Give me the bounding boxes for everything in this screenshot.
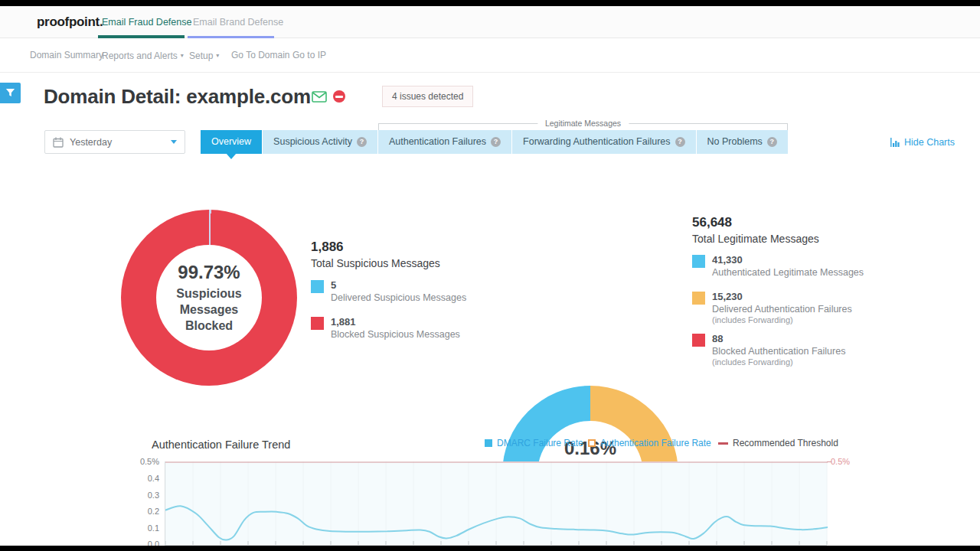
suspicious-messages-donut: 99.73% Suspicious Messages Blocked xyxy=(121,210,297,386)
legend-label: Blocked Authentication Failures xyxy=(712,346,845,357)
hide-charts-button[interactable]: Hide Charts xyxy=(890,137,955,148)
chevron-down-icon: ▾ xyxy=(181,52,184,59)
legend-value: 88 xyxy=(712,333,845,344)
domain-subnav: Domain Summary Reports and Alerts▾ Setup… xyxy=(0,38,980,73)
y-axis-tick: 0.4 xyxy=(130,474,159,483)
trend-chart-title: Authentication Failure Trend xyxy=(152,439,290,451)
subnav-label: Go To Domain xyxy=(231,50,289,60)
help-icon[interactable]: ? xyxy=(767,137,777,147)
envelope-icon xyxy=(312,91,327,103)
suspicious-total-label: Total Suspicious Messages xyxy=(311,257,440,269)
view-tabs: Legitimate Messages Overview Suspicious … xyxy=(201,130,788,154)
legend-item: 5 Delivered Suspicious Messages xyxy=(311,279,466,303)
subnav-item-setup[interactable]: Setup▾ xyxy=(189,38,219,73)
trend-legend-threshold[interactable]: Recommended Threshold xyxy=(718,438,838,448)
suspicious-blocked-label: Suspicious Messages Blocked xyxy=(163,285,255,334)
legend-sublabel: (includes Forwarding) xyxy=(712,315,852,324)
hide-charts-label: Hide Charts xyxy=(904,137,955,148)
tab-authentication-failures[interactable]: Authentication Failures? xyxy=(378,130,512,154)
legend-label: Recommended Threshold xyxy=(733,438,838,448)
subnav-item-reports-and-alerts[interactable]: Reports and Alerts▾ xyxy=(102,38,184,73)
legend-label: Delivered Authentication Failures xyxy=(712,304,852,315)
trend-legend-dmarc[interactable]: DMARC Failure Rate xyxy=(485,438,583,448)
page-title: Domain Detail: example.com xyxy=(44,85,311,109)
suspicious-total-value: 1,886 xyxy=(311,240,440,255)
legend-swatch xyxy=(692,334,705,347)
legend-swatch xyxy=(718,442,728,445)
legend-label: Authentication Failure Rate xyxy=(600,438,711,448)
legend-label: Delivered Suspicious Messages xyxy=(331,292,466,303)
product-tab-email-fraud-defense[interactable]: Email Fraud Defense xyxy=(102,6,191,38)
legend-label: DMARC Failure Rate xyxy=(497,438,583,448)
tabs-group-label: Legitimate Messages xyxy=(537,119,629,128)
legend-value: 15,230 xyxy=(712,291,852,302)
suspicious-blocked-percent: 99.73% xyxy=(178,262,240,283)
bottom-letterbox-bar xyxy=(0,546,980,551)
title-status-icons xyxy=(312,90,345,103)
bar-chart-icon xyxy=(890,138,900,147)
top-letterbox-bar xyxy=(0,0,980,6)
legitimate-legend-header: 56,648 Total Legitimate Messages xyxy=(692,215,819,245)
app-header: proofpoint. Email Fraud Defense Email Br… xyxy=(0,6,980,38)
filter-toggle-button[interactable] xyxy=(0,83,21,103)
legend-value: 1,881 xyxy=(331,316,460,328)
trend-chart-plot xyxy=(165,461,827,546)
trend-chart-svg xyxy=(165,461,828,546)
threshold-label: 0.5% xyxy=(831,457,850,466)
subnav-item-go-to-ip[interactable]: Go to IP xyxy=(292,38,326,73)
y-axis-tick: 0.1 xyxy=(130,523,159,533)
tab-suspicious-activity[interactable]: Suspicious Activity? xyxy=(263,130,378,154)
legitimate-total-value: 56,648 xyxy=(692,215,819,230)
legend-value: 41,330 xyxy=(712,254,864,266)
trend-legend-auth-failure[interactable]: Authentication Failure Rate xyxy=(588,438,711,448)
date-range-dropdown[interactable]: Yesterday xyxy=(44,130,185,154)
legend-swatch xyxy=(588,439,596,447)
legend-swatch xyxy=(692,292,705,305)
legend-swatch xyxy=(485,439,492,447)
tab-forwarding-authentication-failures[interactable]: Forwarding Authentication Failures? xyxy=(512,130,696,154)
tabs-group-bracket: Legitimate Messages xyxy=(378,123,788,130)
help-icon[interactable]: ? xyxy=(491,137,501,147)
calendar-icon xyxy=(53,137,64,148)
legend-label: Blocked Suspicious Messages xyxy=(331,329,460,340)
legend-label: Authenticated Legitimate Messages xyxy=(712,267,864,278)
tab-label: Authentication Failures xyxy=(389,130,486,154)
legend-item: 15,230 Delivered Authentication Failures… xyxy=(692,291,852,324)
subnav-label: Domain Summary xyxy=(30,50,103,60)
help-icon[interactable]: ? xyxy=(357,137,367,147)
legitimate-total-label: Total Legitimate Messages xyxy=(692,233,819,245)
legend-value: 5 xyxy=(331,279,466,291)
subnav-label: Setup xyxy=(189,51,213,61)
chevron-down-icon: ▾ xyxy=(216,52,219,59)
legend-swatch xyxy=(692,255,705,268)
filter-funnel-icon xyxy=(5,88,15,98)
tab-no-problems[interactable]: No Problems? xyxy=(697,130,788,154)
date-range-value: Yesterday xyxy=(70,137,171,148)
tab-label: Overview xyxy=(211,130,251,154)
y-axis-tick: 0.2 xyxy=(130,507,159,516)
legend-sublabel: (includes Forwarding) xyxy=(712,357,845,367)
product-tab-email-brand-defense[interactable]: Email Brand Defense xyxy=(193,6,283,38)
legend-swatch xyxy=(311,280,324,293)
subnav-item-go-to-domain[interactable]: Go To Domain xyxy=(231,38,289,73)
legend-item: 1,881 Blocked Suspicious Messages xyxy=(311,316,460,340)
issues-detected-badge[interactable]: 4 issues detected xyxy=(382,86,473,107)
suspicious-donut-center: 99.73% Suspicious Messages Blocked xyxy=(156,245,262,350)
legend-swatch xyxy=(311,317,324,330)
y-axis-tick: 0.3 xyxy=(130,491,159,500)
proofpoint-logo: proofpoint. xyxy=(37,6,103,38)
legend-item: 41,330 Authenticated Legitimate Messages xyxy=(692,254,864,278)
help-icon[interactable]: ? xyxy=(675,137,685,147)
chevron-down-icon xyxy=(171,140,177,144)
subnav-item-domain-summary[interactable]: Domain Summary xyxy=(30,38,103,73)
tab-label: Forwarding Authentication Failures xyxy=(523,130,670,154)
tab-label: Suspicious Activity xyxy=(273,130,352,154)
subnav-label: Reports and Alerts xyxy=(102,51,178,61)
tab-label: No Problems xyxy=(707,130,763,154)
suspicious-legend-header: 1,886 Total Suspicious Messages xyxy=(311,240,440,269)
legend-item: 88 Blocked Authentication Failures (incl… xyxy=(692,333,845,367)
tab-overview[interactable]: Overview xyxy=(201,130,263,154)
y-axis-tick: 0.5% xyxy=(130,457,159,466)
subnav-label: Go to IP xyxy=(292,50,326,60)
blocked-icon xyxy=(333,90,345,103)
